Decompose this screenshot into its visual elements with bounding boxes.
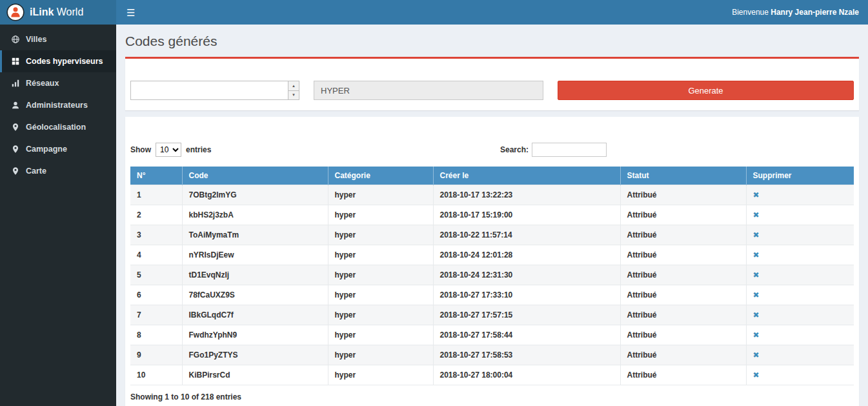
search-label: Search:: [500, 145, 529, 154]
codes-table-card: Show 10 entries Search: N°CodeCatégorieC…: [125, 117, 859, 406]
delete-icon[interactable]: ✖: [753, 370, 760, 380]
cell-created: 2018-10-27 17:58:53: [433, 345, 620, 365]
cell-created: 2018-10-27 17:57:15: [433, 305, 620, 325]
menu-toggle-icon[interactable]: ☰: [126, 8, 135, 17]
cell-category: hyper: [328, 185, 433, 205]
table-row: 2kbHS2j3zbAhyper2018-10-17 15:19:00Attri…: [130, 205, 854, 225]
sidebar-item-campagne[interactable]: Campagne: [0, 138, 116, 160]
cell-status: Attribué: [620, 265, 746, 285]
spinner-up-icon[interactable]: ▲: [288, 81, 299, 91]
sidebar-item-label: Administrateurs: [26, 101, 88, 110]
table-row: 3ToAiMymaTmhyper2018-10-22 11:57:14Attri…: [130, 225, 854, 245]
category-field[interactable]: [314, 81, 543, 100]
cell-created: 2018-10-27 17:33:10: [433, 285, 620, 305]
cell-delete: ✖: [746, 185, 854, 205]
column-header[interactable]: Catégorie: [328, 167, 433, 185]
cell-category: hyper: [328, 305, 433, 325]
cell-created: 2018-10-27 18:00:04: [433, 365, 620, 385]
cell-code: FGo1PyZTYS: [182, 345, 328, 365]
generate-button[interactable]: Generate: [558, 81, 854, 100]
sidebar-item-label: Géolocalisation: [26, 123, 86, 132]
signal-icon: [11, 79, 20, 88]
table-row: 678fCaUXZ9Shyper2018-10-27 17:33:10Attri…: [130, 285, 854, 305]
welcome-text: Bienvenue Hanry Jean-pierre Nzale: [732, 8, 859, 17]
sidebar-item-codes-hyperviseurs[interactable]: Codes hyperviseurs: [0, 50, 116, 72]
cell-code: IBkGLqdC7f: [182, 305, 328, 325]
cell-code: 78fCaUXZ9S: [182, 285, 328, 305]
cell-code: kbHS2j3zbA: [182, 205, 328, 225]
topbar: ☰ Bienvenue Hanry Jean-pierre Nzale: [116, 0, 868, 25]
cell-status: Attribué: [620, 185, 746, 205]
page-length-control: Show 10 entries: [130, 143, 854, 157]
cell-num: 7: [130, 305, 182, 325]
user-icon: [11, 101, 20, 110]
table-row: 8FwdhzYphN9hyper2018-10-27 17:58:44Attri…: [130, 325, 854, 345]
cell-delete: ✖: [746, 365, 854, 385]
sidebar-item-geolocalisation[interactable]: Géolocalisation: [0, 116, 116, 138]
delete-icon[interactable]: ✖: [753, 210, 760, 219]
sidebar-item-reseaux[interactable]: Réseaux: [0, 72, 116, 94]
show-label: Show: [130, 145, 151, 154]
column-header[interactable]: N°: [130, 167, 182, 185]
cell-num: 10: [130, 365, 182, 385]
quantity-stepper[interactable]: ▲ ▼: [130, 81, 299, 100]
cell-category: hyper: [328, 205, 433, 225]
delete-icon[interactable]: ✖: [753, 250, 760, 259]
cell-num: 6: [130, 285, 182, 305]
user-name: Hanry Jean-pierre Nzale: [771, 8, 859, 17]
cell-status: Attribué: [620, 225, 746, 245]
sidebar-item-administrateurs[interactable]: Administrateurs: [0, 94, 116, 116]
table-row: 10KiBPirsrCdhyper2018-10-27 18:00:04Attr…: [130, 365, 854, 385]
table-header-row: N°CodeCatégorieCréer leStatutSupprimer: [130, 167, 854, 185]
delete-icon[interactable]: ✖: [753, 330, 760, 340]
cell-delete: ✖: [746, 245, 854, 265]
cell-created: 2018-10-24 12:01:28: [433, 245, 620, 265]
search-input[interactable]: [532, 143, 607, 157]
pin-icon: [11, 145, 20, 154]
globe-icon: [11, 35, 20, 44]
sidebar-item-label: Campagne: [26, 145, 67, 154]
pin-icon: [11, 167, 20, 176]
delete-icon[interactable]: ✖: [753, 290, 760, 299]
codes-table: N°CodeCatégorieCréer leStatutSupprimer 1…: [130, 167, 854, 385]
cell-num: 4: [130, 245, 182, 265]
search-control: Search:: [500, 143, 607, 157]
cell-num: 2: [130, 205, 182, 225]
table-row: 9FGo1PyZTYShyper2018-10-27 17:58:53Attri…: [130, 345, 854, 365]
cell-delete: ✖: [746, 325, 854, 345]
table-row: 5tD1EvqNzIjhyper2018-10-24 12:31:30Attri…: [130, 265, 854, 285]
content-header: Codes générés: [116, 25, 868, 57]
delete-icon[interactable]: ✖: [753, 350, 760, 360]
sidebar-item-villes[interactable]: Villes: [0, 28, 116, 50]
quantity-input[interactable]: [131, 81, 288, 99]
table-row: 17OBtg2lmYGhyper2018-10-17 13:22:23Attri…: [130, 185, 854, 205]
spinner-down-icon[interactable]: ▼: [288, 91, 299, 100]
cell-delete: ✖: [746, 225, 854, 245]
column-header[interactable]: Statut: [620, 167, 746, 185]
column-header[interactable]: Supprimer: [746, 167, 854, 185]
sidebar-item-carte[interactable]: Carte: [0, 160, 116, 182]
cell-status: Attribué: [620, 305, 746, 325]
cell-category: hyper: [328, 245, 433, 265]
cell-delete: ✖: [746, 265, 854, 285]
column-header[interactable]: Code: [182, 167, 328, 185]
cell-code: ToAiMymaTm: [182, 225, 328, 245]
sidebar-item-label: Codes hyperviseurs: [26, 57, 103, 66]
spinner-control[interactable]: ▲ ▼: [288, 81, 299, 99]
sidebar-item-label: Carte: [26, 167, 46, 176]
cell-num: 3: [130, 225, 182, 245]
column-header[interactable]: Créer le: [433, 167, 620, 185]
delete-icon[interactable]: ✖: [753, 190, 760, 199]
delete-icon[interactable]: ✖: [753, 310, 760, 320]
cell-status: Attribué: [620, 245, 746, 265]
delete-icon[interactable]: ✖: [753, 230, 760, 239]
table-info: Showing 1 to 10 of 218 entries: [130, 392, 854, 401]
cell-num: 1: [130, 185, 182, 205]
cell-status: Attribué: [620, 205, 746, 225]
cell-category: hyper: [328, 325, 433, 345]
app-logo[interactable]: iLink World: [0, 0, 116, 25]
delete-icon[interactable]: ✖: [753, 270, 760, 279]
cell-category: hyper: [328, 225, 433, 245]
page-length-select[interactable]: 10: [156, 143, 181, 157]
table-controls: Show 10 entries Search:: [130, 143, 854, 158]
